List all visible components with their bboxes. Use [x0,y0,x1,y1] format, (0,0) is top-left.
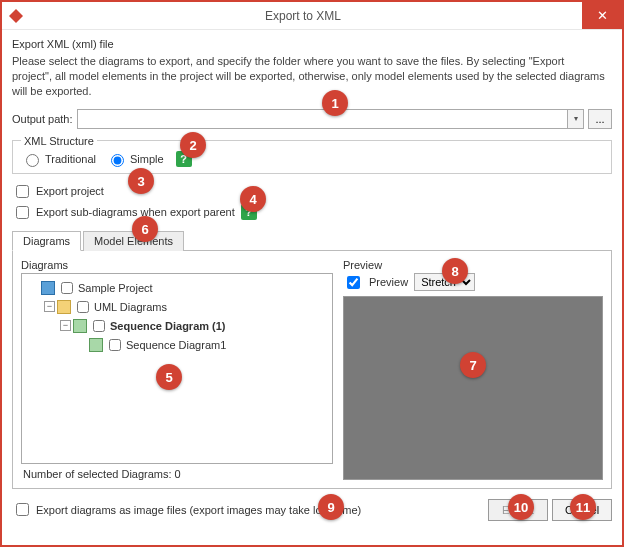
output-path-row: Output path: ▾ ... [12,109,612,129]
export-button[interactable]: Export [488,499,548,521]
tab-strip: Diagrams Model Elements [12,230,612,251]
output-path-input[interactable] [77,109,568,129]
page-heading: Export XML (xml) file [12,38,612,50]
export-sub-row: Export sub-diagrams when export parent ? [12,203,612,222]
preview-area [343,296,603,480]
output-path-dropdown[interactable]: ▾ [568,109,584,129]
chevron-down-icon: ▾ [574,114,578,123]
radio-traditional[interactable]: Traditional [21,151,96,167]
tree-checkbox[interactable] [77,301,89,313]
radio-traditional-label: Traditional [45,153,96,165]
xml-structure-group: XML Structure Traditional Simple ? [12,135,612,174]
preview-group-label: Preview [343,259,603,271]
preview-mode-select[interactable]: Stretch [414,273,475,291]
radio-traditional-input[interactable] [26,154,39,167]
selected-count: Number of selected Diagrams: 0 [21,464,333,480]
cancel-button[interactable]: Cancel [552,499,612,521]
tree-node-project[interactable]: Sample Project [28,279,328,297]
folder-icon [57,300,71,314]
close-button[interactable]: ✕ [582,2,622,29]
tree-node-seq-item[interactable]: Sequence Diagram1 [76,336,328,354]
window-title: Export to XML [24,9,582,23]
svg-marker-0 [9,9,23,23]
expander-icon [76,339,87,350]
help-icon[interactable]: ? [176,151,192,167]
tree-label: Sequence Diagram (1) [110,320,226,332]
xml-structure-legend: XML Structure [21,135,97,147]
export-project-label[interactable]: Export project [36,185,104,197]
radio-simple[interactable]: Simple [106,151,164,167]
output-path-label: Output path: [12,113,73,125]
diagrams-group-label: Diagrams [21,259,333,271]
diagrams-column: Diagrams Sample Project [21,259,333,480]
tree-node-folder[interactable]: − UML Diagrams [44,298,328,316]
export-sub-checkbox[interactable] [16,206,29,219]
footer-row: Export diagrams as image files (export i… [12,499,612,521]
export-images-label[interactable]: Export diagrams as image files (export i… [36,504,361,516]
tree-label: UML Diagrams [94,301,167,313]
tree-checkbox[interactable] [93,320,105,332]
preview-column: Preview Preview Stretch [343,259,603,480]
browse-button[interactable]: ... [588,109,612,129]
diagram-icon [73,319,87,333]
tab-diagrams[interactable]: Diagrams [12,231,81,251]
tree-node-seq-group[interactable]: − Sequence Diagram (1) [60,317,328,335]
tab-model-elements[interactable]: Model Elements [83,231,184,251]
export-project-row: Export project [12,182,612,201]
expander-icon[interactable]: − [60,320,71,331]
radio-simple-label: Simple [130,153,164,165]
preview-controls: Preview Stretch [343,273,603,292]
title-bar: Export to XML ✕ [2,2,622,30]
page-description: Please select the diagrams to export, an… [12,54,612,99]
preview-checkbox-label[interactable]: Preview [369,276,408,288]
diagram-icon [89,338,103,352]
preview-checkbox[interactable] [347,276,360,289]
tabs: Diagrams Model Elements Diagrams Sample … [12,230,612,489]
tree-label: Sequence Diagram1 [126,339,226,351]
tab-panel: Diagrams Sample Project [12,251,612,489]
tree-label: Sample Project [78,282,153,294]
help-icon[interactable]: ? [241,204,257,220]
export-images-checkbox[interactable] [16,503,29,516]
export-project-checkbox[interactable] [16,185,29,198]
expander-icon [28,282,39,293]
expander-icon[interactable]: − [44,301,55,312]
diagrams-tree[interactable]: Sample Project − UML Diagrams [21,273,333,464]
radio-simple-input[interactable] [111,154,124,167]
project-icon [41,281,55,295]
tree-checkbox[interactable] [109,339,121,351]
app-icon [8,8,24,24]
export-sub-label[interactable]: Export sub-diagrams when export parent [36,206,235,218]
close-icon: ✕ [597,8,608,23]
tree-checkbox[interactable] [61,282,73,294]
